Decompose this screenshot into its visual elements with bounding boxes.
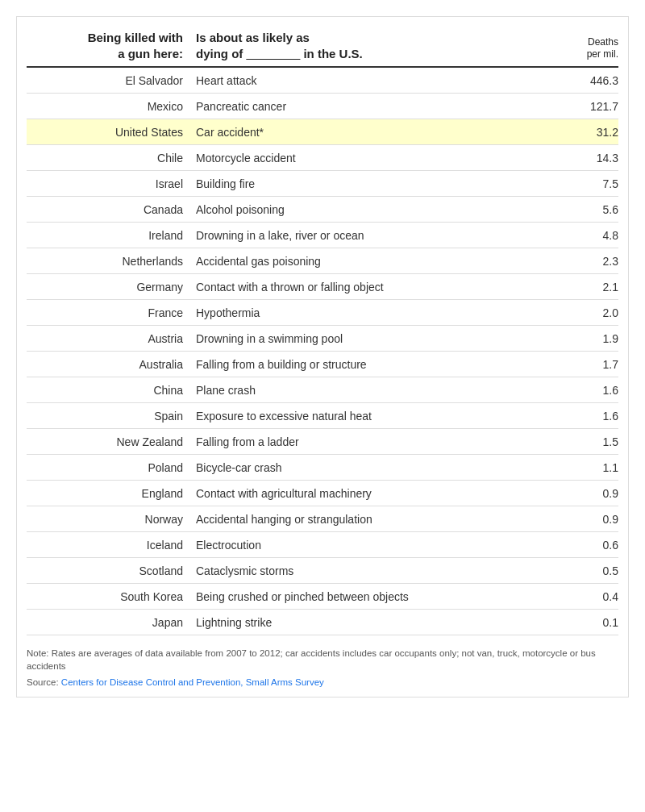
table-row: EnglandContact with agricultural machine… [27, 481, 618, 506]
country-cell: China [27, 384, 196, 397]
cause-cell: Drowning in a swimming pool [196, 332, 554, 345]
deaths-cell: 7.5 [554, 177, 618, 190]
country-cell: Spain [27, 410, 196, 423]
cause-cell: Contact with agricultural machinery [196, 487, 554, 500]
table-row: IcelandElectrocution0.6 [27, 532, 618, 558]
deaths-cell: 1.1 [554, 461, 618, 474]
country-cell: England [27, 487, 196, 500]
deaths-cell: 121.7 [554, 100, 618, 113]
cause-cell: Hypothermia [196, 306, 554, 319]
deaths-cell: 0.1 [554, 616, 618, 629]
deaths-cell: 5.6 [554, 203, 618, 216]
table-row: ChinaPlane crash1.6 [27, 377, 618, 403]
country-cell: Chile [27, 152, 196, 164]
cause-cell: Accidental hanging or strangulation [196, 513, 554, 526]
country-cell: Canada [27, 203, 196, 216]
deaths-cell: 2.0 [554, 306, 618, 319]
deaths-cell: 14.3 [554, 152, 618, 164]
deaths-cell: 1.5 [554, 435, 618, 448]
cause-cell: Lightning strike [196, 616, 554, 629]
country-cell: Norway [27, 513, 196, 526]
source-label: Source: [27, 677, 59, 687]
table-row: JapanLightning strike0.1 [27, 610, 618, 635]
cause-cell: Building fire [196, 177, 554, 190]
country-cell: Israel [27, 177, 196, 190]
header-deaths: Deathsper mil. [554, 36, 618, 61]
table-row: ChileMotorcycle accident14.3 [27, 145, 618, 171]
cause-cell: Plane crash [196, 384, 554, 397]
table-row: New ZealandFalling from a ladder1.5 [27, 429, 618, 455]
deaths-cell: 4.8 [554, 229, 618, 242]
deaths-cell: 2.1 [554, 281, 618, 294]
deaths-cell: 0.9 [554, 487, 618, 500]
deaths-cell: 1.6 [554, 410, 618, 423]
header-cause: Is about as likely as dying of ________ … [196, 30, 554, 61]
country-cell: Netherlands [27, 255, 196, 268]
country-cell: Australia [27, 358, 196, 371]
table-row: IsraelBuilding fire7.5 [27, 171, 618, 197]
table-row: AustraliaFalling from a building or stru… [27, 352, 618, 377]
cause-cell: Heart attack [196, 74, 554, 87]
country-cell: Iceland [27, 539, 196, 552]
cause-cell: Car accident* [196, 126, 554, 139]
source-link[interactable]: Centers for Disease Control and Preventi… [61, 677, 324, 687]
table-row: PolandBicycle-car crash1.1 [27, 455, 618, 481]
cause-cell: Cataclysmic storms [196, 564, 554, 577]
cause-cell: Exposure to excessive natural heat [196, 410, 554, 423]
footnote: Note: Rates are averages of data availab… [27, 647, 618, 673]
deaths-cell: 1.9 [554, 332, 618, 345]
table-row: AustriaDrowning in a swimming pool1.9 [27, 326, 618, 352]
cause-cell: Bicycle-car crash [196, 461, 554, 474]
cause-cell: Pancreatic cancer [196, 100, 554, 113]
table-row: El SalvadorHeart attack446.3 [27, 68, 618, 94]
table-row: ScotlandCataclysmic storms0.5 [27, 558, 618, 584]
table-header: Being killed witha gun here: Is about as… [27, 30, 618, 68]
deaths-cell: 446.3 [554, 74, 618, 87]
header-country: Being killed witha gun here: [27, 30, 196, 61]
country-cell: Scotland [27, 564, 196, 577]
table-row: GermanyContact with a thrown or falling … [27, 274, 618, 300]
deaths-cell: 0.9 [554, 513, 618, 526]
deaths-cell: 0.5 [554, 564, 618, 577]
deaths-cell: 1.7 [554, 358, 618, 371]
deaths-cell: 2.3 [554, 255, 618, 268]
cause-cell: Drowning in a lake, river or ocean [196, 229, 554, 242]
header-blank: ________ [247, 47, 301, 60]
country-cell: Mexico [27, 100, 196, 113]
cause-cell: Falling from a building or structure [196, 358, 554, 371]
table-row: SpainExposure to excessive natural heat1… [27, 403, 618, 429]
cause-cell: Contact with a thrown or falling object [196, 281, 554, 294]
table-row: FranceHypothermia2.0 [27, 300, 618, 326]
cause-cell: Being crushed or pinched between objects [196, 590, 554, 603]
country-cell: France [27, 306, 196, 319]
cause-cell: Falling from a ladder [196, 435, 554, 448]
country-cell: New Zealand [27, 435, 196, 448]
table-row: United StatesCar accident*31.2 [27, 119, 618, 145]
source: Source: Centers for Disease Control and … [27, 677, 618, 687]
table-row: South KoreaBeing crushed or pinched betw… [27, 584, 618, 610]
table-row: NetherlandsAccidental gas poisoning2.3 [27, 248, 618, 274]
country-cell: Germany [27, 281, 196, 294]
table-row: NorwayAccidental hanging or strangulatio… [27, 506, 618, 532]
country-cell: Japan [27, 616, 196, 629]
cause-cell: Alcohol poisoning [196, 203, 554, 216]
country-cell: Austria [27, 332, 196, 345]
table-row: IrelandDrowning in a lake, river or ocea… [27, 223, 618, 248]
cause-cell: Motorcycle accident [196, 152, 554, 164]
table-body: El SalvadorHeart attack446.3MexicoPancre… [27, 68, 618, 635]
country-cell: Poland [27, 461, 196, 474]
country-cell: United States [27, 126, 196, 139]
cause-cell: Electrocution [196, 539, 554, 552]
country-cell: South Korea [27, 590, 196, 603]
table-row: MexicoPancreatic cancer121.7 [27, 94, 618, 119]
deaths-cell: 1.6 [554, 384, 618, 397]
main-container: Being killed witha gun here: Is about as… [16, 16, 629, 697]
deaths-cell: 0.4 [554, 590, 618, 603]
country-cell: Ireland [27, 229, 196, 242]
deaths-cell: 31.2 [554, 126, 618, 139]
cause-cell: Accidental gas poisoning [196, 255, 554, 268]
deaths-cell: 0.6 [554, 539, 618, 552]
table-row: CanadaAlcohol poisoning5.6 [27, 197, 618, 223]
country-cell: El Salvador [27, 74, 196, 87]
